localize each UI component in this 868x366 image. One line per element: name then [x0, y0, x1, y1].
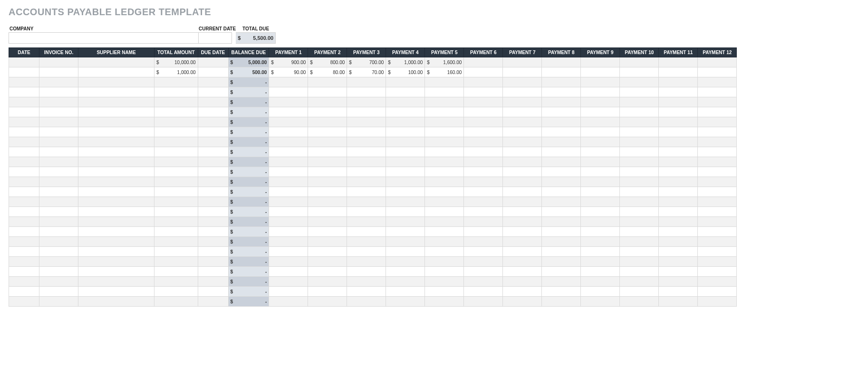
- money-cell[interactable]: [542, 227, 581, 237]
- money-cell[interactable]: [386, 267, 425, 277]
- money-cell[interactable]: [620, 277, 659, 287]
- money-cell[interactable]: [698, 287, 737, 297]
- money-cell[interactable]: [542, 237, 581, 247]
- table-cell[interactable]: [39, 257, 78, 267]
- money-cell[interactable]: [269, 197, 308, 207]
- table-cell[interactable]: [9, 147, 39, 157]
- money-cell[interactable]: [659, 107, 698, 117]
- table-cell[interactable]: [198, 247, 228, 257]
- money-cell[interactable]: [581, 147, 620, 157]
- money-cell[interactable]: [659, 77, 698, 87]
- table-cell[interactable]: [39, 117, 78, 127]
- money-cell[interactable]: [425, 107, 464, 117]
- money-cell[interactable]: [542, 97, 581, 107]
- money-cell[interactable]: [659, 247, 698, 257]
- money-cell[interactable]: [386, 257, 425, 267]
- money-cell[interactable]: [308, 167, 347, 177]
- money-cell[interactable]: [659, 157, 698, 167]
- money-cell[interactable]: [464, 87, 503, 97]
- money-cell[interactable]: [308, 277, 347, 287]
- money-cell[interactable]: [659, 207, 698, 217]
- table-cell[interactable]: [39, 87, 78, 97]
- table-cell[interactable]: [39, 107, 78, 117]
- table-cell[interactable]: [39, 77, 78, 87]
- money-cell[interactable]: [503, 207, 542, 217]
- money-cell[interactable]: [620, 217, 659, 227]
- money-cell[interactable]: [581, 267, 620, 277]
- money-cell[interactable]: [620, 157, 659, 167]
- table-cell[interactable]: [78, 147, 154, 157]
- money-cell[interactable]: [542, 197, 581, 207]
- money-cell[interactable]: [308, 217, 347, 227]
- table-cell[interactable]: [39, 197, 78, 207]
- money-cell[interactable]: [425, 297, 464, 307]
- money-cell[interactable]: $700.00: [347, 57, 386, 67]
- table-cell[interactable]: [9, 197, 39, 207]
- money-cell[interactable]: [425, 77, 464, 87]
- money-cell[interactable]: [581, 157, 620, 167]
- money-cell[interactable]: [386, 277, 425, 287]
- table-cell[interactable]: [9, 77, 39, 87]
- table-cell[interactable]: [9, 247, 39, 257]
- money-cell[interactable]: [269, 287, 308, 297]
- money-cell[interactable]: [698, 67, 737, 77]
- money-cell[interactable]: [154, 237, 198, 247]
- money-cell[interactable]: [154, 167, 198, 177]
- table-cell[interactable]: [78, 97, 154, 107]
- money-cell[interactable]: [698, 137, 737, 147]
- money-cell[interactable]: [308, 287, 347, 297]
- table-cell[interactable]: [39, 227, 78, 237]
- money-cell[interactable]: [698, 187, 737, 197]
- money-cell[interactable]: [425, 167, 464, 177]
- money-cell[interactable]: [659, 287, 698, 297]
- money-cell[interactable]: [698, 77, 737, 87]
- table-cell[interactable]: [78, 127, 154, 137]
- money-cell[interactable]: [698, 117, 737, 127]
- table-cell[interactable]: [39, 247, 78, 257]
- money-cell[interactable]: [308, 267, 347, 277]
- money-cell[interactable]: [581, 127, 620, 137]
- money-cell[interactable]: [503, 57, 542, 67]
- money-cell[interactable]: [347, 247, 386, 257]
- money-cell[interactable]: [503, 277, 542, 287]
- money-cell[interactable]: [542, 207, 581, 217]
- money-cell[interactable]: [386, 207, 425, 217]
- money-cell[interactable]: [269, 267, 308, 277]
- money-cell[interactable]: [464, 67, 503, 77]
- table-cell[interactable]: [78, 247, 154, 257]
- table-cell[interactable]: [9, 217, 39, 227]
- money-cell[interactable]: [269, 297, 308, 307]
- money-cell[interactable]: [386, 287, 425, 297]
- table-cell[interactable]: [9, 67, 39, 77]
- money-cell[interactable]: [425, 187, 464, 197]
- money-cell[interactable]: [154, 247, 198, 257]
- money-cell[interactable]: [154, 197, 198, 207]
- money-cell[interactable]: [269, 227, 308, 237]
- current-date-input[interactable]: [199, 32, 232, 44]
- money-cell[interactable]: [659, 267, 698, 277]
- money-cell[interactable]: [464, 167, 503, 177]
- money-cell[interactable]: [308, 97, 347, 107]
- money-cell[interactable]: [425, 157, 464, 167]
- money-cell[interactable]: [659, 57, 698, 67]
- money-cell[interactable]: [542, 167, 581, 177]
- money-cell[interactable]: [503, 127, 542, 137]
- money-cell[interactable]: [620, 87, 659, 97]
- money-cell[interactable]: [464, 157, 503, 167]
- money-cell[interactable]: [386, 127, 425, 137]
- table-cell[interactable]: [9, 107, 39, 117]
- table-cell[interactable]: [9, 207, 39, 217]
- money-cell[interactable]: [581, 207, 620, 217]
- table-cell[interactable]: [78, 137, 154, 147]
- money-cell[interactable]: [269, 147, 308, 157]
- money-cell[interactable]: [154, 97, 198, 107]
- money-cell[interactable]: [464, 127, 503, 137]
- money-cell[interactable]: [698, 297, 737, 307]
- money-cell[interactable]: [542, 247, 581, 257]
- table-cell[interactable]: [39, 297, 78, 307]
- money-cell[interactable]: [464, 177, 503, 187]
- money-cell[interactable]: [659, 237, 698, 247]
- money-cell[interactable]: [659, 257, 698, 267]
- money-cell[interactable]: [659, 97, 698, 107]
- money-cell[interactable]: [503, 147, 542, 157]
